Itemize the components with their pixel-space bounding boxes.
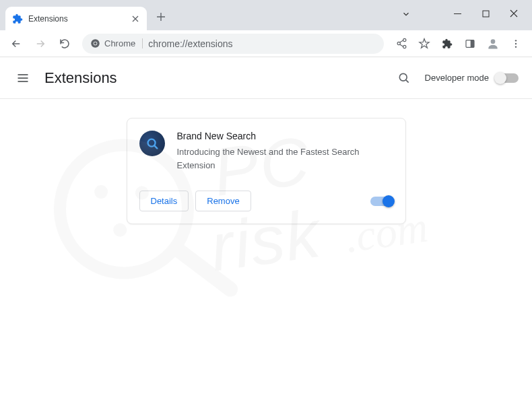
window-titlebar: Extensions bbox=[0, 0, 532, 30]
remove-button[interactable]: Remove bbox=[195, 191, 251, 211]
address-bar[interactable]: Chrome chrome://extensions bbox=[82, 34, 384, 54]
extension-description: Introducing the Newest and the Fastest S… bbox=[177, 145, 393, 172]
new-tab-button[interactable] bbox=[156, 11, 166, 25]
back-button[interactable] bbox=[5, 33, 27, 55]
main-menu-button[interactable] bbox=[13, 69, 32, 88]
forward-button[interactable] bbox=[30, 33, 51, 55]
close-window-button[interactable] bbox=[500, 3, 528, 24]
minimize-button[interactable] bbox=[443, 3, 471, 24]
chrome-icon bbox=[90, 38, 100, 48]
sidepanel-button[interactable] bbox=[459, 33, 481, 55]
extension-name: Brand New Search bbox=[177, 131, 393, 141]
svg-point-10 bbox=[399, 73, 407, 81]
developer-mode-label: Developer mode bbox=[425, 73, 489, 83]
profile-button[interactable] bbox=[482, 33, 504, 55]
svg-line-13 bbox=[177, 242, 230, 296]
tab-title: Extensions bbox=[28, 14, 131, 24]
share-button[interactable] bbox=[391, 33, 412, 55]
svg-point-8 bbox=[515, 42, 517, 44]
browser-tab[interactable]: Extensions bbox=[5, 7, 147, 30]
menu-button[interactable] bbox=[505, 33, 527, 55]
extensions-list: Brand New Search Introducing the Newest … bbox=[0, 99, 532, 243]
extension-icon bbox=[139, 131, 165, 156]
page-title: Extensions bbox=[44, 69, 393, 87]
url-text: chrome://extensions bbox=[148, 38, 232, 49]
extensions-page-header: Extensions Developer mode bbox=[0, 57, 532, 99]
svg-point-9 bbox=[515, 46, 517, 47]
browser-toolbar: Chrome chrome://extensions bbox=[0, 30, 532, 57]
maximize-button[interactable] bbox=[471, 3, 500, 24]
bookmark-button[interactable] bbox=[413, 33, 435, 55]
toggle-knob bbox=[383, 195, 395, 207]
extension-enable-toggle[interactable] bbox=[370, 197, 393, 206]
svg-rect-5 bbox=[471, 40, 474, 47]
search-extensions-button[interactable] bbox=[393, 67, 415, 90]
site-chip-label: Chrome bbox=[104, 38, 135, 48]
reload-button[interactable] bbox=[54, 33, 75, 55]
site-chip: Chrome bbox=[90, 38, 143, 48]
toggle-knob bbox=[494, 72, 506, 84]
svg-rect-0 bbox=[483, 11, 489, 17]
svg-point-7 bbox=[515, 40, 517, 41]
details-button[interactable]: Details bbox=[139, 191, 189, 211]
extension-card: Brand New Search Introducing the Newest … bbox=[127, 118, 406, 224]
puzzle-icon bbox=[12, 13, 23, 24]
developer-mode-toggle[interactable] bbox=[496, 73, 519, 83]
svg-point-6 bbox=[491, 39, 496, 44]
window-controls bbox=[443, 0, 528, 27]
close-tab-button[interactable] bbox=[131, 11, 140, 26]
extensions-button[interactable] bbox=[436, 33, 458, 55]
svg-point-3 bbox=[94, 42, 97, 45]
tab-search-button[interactable] bbox=[401, 9, 411, 22]
